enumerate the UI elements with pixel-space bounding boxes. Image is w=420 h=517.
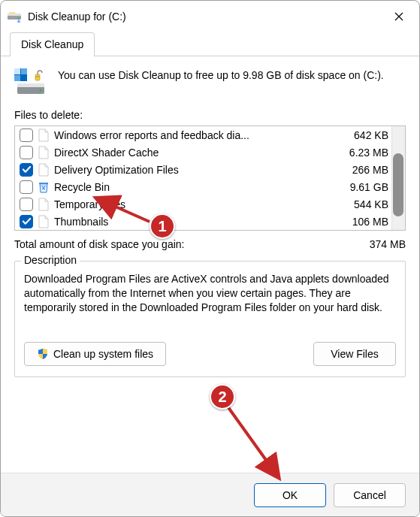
checkbox[interactable] <box>20 180 33 194</box>
uac-shield-icon <box>37 348 49 360</box>
description-button-row: Clean up system files View Files <box>24 342 396 366</box>
svg-rect-4 <box>14 68 20 74</box>
item-size: 106 MB <box>328 216 388 228</box>
list-item[interactable]: Delivery Optimization Files266 MB <box>15 161 405 178</box>
tab-content: You can use Disk Cleanup to free up to 9… <box>1 56 419 385</box>
checkbox[interactable] <box>20 128 33 142</box>
total-row: Total amount of disk space you gain: 374… <box>14 238 406 250</box>
list-item[interactable]: DirectX Shader Cache6.23 MB <box>15 144 405 161</box>
scrollbar[interactable] <box>391 126 405 230</box>
svg-rect-7 <box>21 75 27 81</box>
view-files-label: View Files <box>331 348 379 360</box>
ok-label: OK <box>283 489 298 501</box>
description-group: Description Downloaded Program Files are… <box>14 261 406 377</box>
list-item[interactable]: Temporary files544 KB <box>15 195 405 213</box>
item-size: 544 KB <box>328 198 388 210</box>
item-name: Recycle Bin <box>54 181 328 193</box>
recycle-bin-icon <box>38 180 50 194</box>
scrollbar-thumb[interactable] <box>393 153 403 216</box>
item-name: Windows error reports and feedback dia..… <box>54 129 328 141</box>
checkbox[interactable] <box>20 215 33 228</box>
clean-up-system-files-label: Clean up system files <box>53 348 153 360</box>
svg-rect-5 <box>21 68 27 74</box>
files-to-delete-label: Files to delete: <box>14 109 406 121</box>
svg-point-2 <box>18 17 20 19</box>
file-icon <box>38 163 50 177</box>
item-size: 6.23 MB <box>328 147 388 159</box>
tab-disk-cleanup[interactable]: Disk Cleanup <box>10 32 95 56</box>
description-text: Downloaded Program Files are ActiveX con… <box>24 272 396 315</box>
file-icon <box>38 198 50 211</box>
list-item[interactable]: Windows error reports and feedback dia..… <box>15 126 405 144</box>
svg-rect-1 <box>8 14 21 16</box>
files-listbox[interactable]: Windows error reports and feedback dia..… <box>14 125 406 231</box>
item-name: DirectX Shader Cache <box>54 147 328 159</box>
clean-up-system-files-button[interactable]: Clean up system files <box>24 342 166 366</box>
total-label: Total amount of disk space you gain: <box>14 238 338 250</box>
total-value: 374 MB <box>338 238 406 250</box>
svg-rect-6 <box>14 75 20 81</box>
intro-text: You can use Disk Cleanup to free up to 9… <box>58 68 384 83</box>
item-name: Thumbnails <box>54 216 328 228</box>
cancel-button[interactable]: Cancel <box>334 483 406 507</box>
checkbox[interactable] <box>20 198 33 211</box>
close-button[interactable] <box>382 5 416 29</box>
drive-icon <box>14 68 47 98</box>
item-size: 266 MB <box>328 164 388 176</box>
svg-rect-9 <box>17 83 44 87</box>
svg-point-10 <box>40 89 42 92</box>
disk-cleanup-icon <box>7 9 22 24</box>
svg-rect-11 <box>35 74 40 80</box>
dialog-footer: OK Cancel <box>1 473 419 516</box>
tab-strip: Disk Cleanup <box>1 32 419 56</box>
description-legend: Description <box>21 254 80 266</box>
intro-row: You can use Disk Cleanup to free up to 9… <box>14 68 406 98</box>
cancel-label: Cancel <box>353 489 386 501</box>
checkbox[interactable] <box>20 163 33 177</box>
file-icon <box>38 215 50 228</box>
item-name: Delivery Optimization Files <box>54 164 328 176</box>
window-title: Disk Cleanup for (C:) <box>28 11 382 23</box>
checkbox[interactable] <box>20 146 33 159</box>
annotation-badge-2: 2 <box>210 384 235 410</box>
item-size: 9.61 GB <box>328 181 388 193</box>
item-name: Temporary files <box>54 198 328 210</box>
title-bar: Disk Cleanup for (C:) <box>1 1 419 32</box>
ok-button[interactable]: OK <box>254 483 326 507</box>
svg-line-13 <box>228 407 277 476</box>
view-files-button[interactable]: View Files <box>313 342 396 366</box>
list-item[interactable]: Thumbnails106 MB <box>15 213 405 230</box>
file-icon <box>38 128 50 142</box>
file-icon <box>38 146 50 159</box>
list-item[interactable]: Recycle Bin9.61 GB <box>15 178 405 195</box>
item-size: 642 KB <box>328 129 388 141</box>
